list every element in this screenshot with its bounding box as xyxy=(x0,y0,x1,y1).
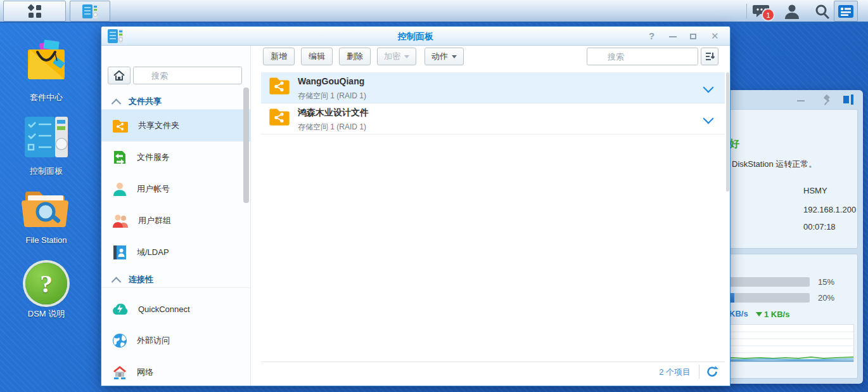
user-icon xyxy=(784,3,800,20)
desktop-icon-dsm-help[interactable]: ? DSM 说明 xyxy=(5,263,87,320)
list-filter-input[interactable] xyxy=(587,48,698,65)
desktop-icon-file-station[interactable]: File Station xyxy=(5,188,87,245)
shared-folder-icon xyxy=(112,119,129,133)
home-icon xyxy=(113,70,125,81)
help-icon: ? xyxy=(25,263,67,304)
edit-button[interactable]: 编辑 xyxy=(301,48,333,65)
download-speed-label: 1 KB/s xyxy=(756,309,789,320)
home-button[interactable] xyxy=(108,67,131,84)
pin-icon[interactable] xyxy=(820,94,833,107)
folder-name: 鸿森木业设计文件 xyxy=(298,107,369,119)
cpu-percent-label: 15% xyxy=(818,277,834,287)
chevron-up-icon xyxy=(112,277,122,287)
shared-folder-icon xyxy=(269,77,290,95)
expand-chevron-icon[interactable] xyxy=(703,114,714,124)
window-app-icon xyxy=(107,29,124,44)
window-maximize-button[interactable] xyxy=(690,34,696,39)
window-titlebar[interactable]: 控制面板 ? ✕ xyxy=(101,27,730,46)
control-panel-window: 控制面板 ? ✕ 文件共享 xyxy=(101,27,730,386)
sidebar-search-input[interactable] xyxy=(133,67,242,84)
status-separator xyxy=(699,365,699,379)
sidebar-section-file-sharing[interactable]: 文件共享 xyxy=(101,94,251,110)
sidebar-scrollbar[interactable] xyxy=(243,88,249,203)
window-minimize-button[interactable] xyxy=(669,36,677,37)
desktop: 好 DiskStation 运转正常。 HSMY 192.168.1.200 0… xyxy=(0,0,868,392)
sidebar-section-connectivity[interactable]: 连接性 xyxy=(101,272,251,288)
server-name-value: HSMY xyxy=(803,186,827,195)
widget-minimize-icon[interactable] xyxy=(797,100,805,101)
encrypt-button[interactable]: 加密 xyxy=(377,48,416,65)
search-icon xyxy=(814,3,831,20)
user-group-icon xyxy=(112,213,129,228)
taskbar-search-button[interactable] xyxy=(814,3,831,22)
desktop-icon-label: 控制面板 xyxy=(5,166,87,177)
network-sparkline xyxy=(715,324,854,362)
sidebar-item-external-access[interactable]: 外部访问 xyxy=(101,325,251,356)
upload-speed-label: KB/s xyxy=(729,309,748,318)
widget-panel-icon[interactable] xyxy=(843,95,854,105)
sidebar-item-quickconnect[interactable]: QuickConnect xyxy=(101,293,251,325)
user-account-icon xyxy=(112,181,127,197)
sidebar-item-shared-folder[interactable]: 共享文件夹 xyxy=(101,110,251,141)
widgets-toggle-button[interactable] xyxy=(834,1,858,22)
sort-icon xyxy=(705,52,715,61)
taskbar: 1 xyxy=(0,0,868,23)
shared-folder-row[interactable]: 鸿森木业设计文件 存储空间 1 (RAID 1) xyxy=(261,103,725,134)
shared-folder-icon xyxy=(269,108,290,126)
window-close-button[interactable]: ✕ xyxy=(711,30,719,42)
control-panel-icon xyxy=(22,115,70,160)
network-icon xyxy=(112,365,127,380)
delete-button[interactable]: 删除 xyxy=(339,48,371,65)
folder-location: 存储空间 1 (RAID 1) xyxy=(298,122,366,133)
desktop-icon-package-center[interactable]: 套件中心 xyxy=(5,38,87,103)
new-button[interactable]: 新增 xyxy=(263,48,295,65)
status-divider xyxy=(261,362,725,362)
notifications-button[interactable]: 1 xyxy=(753,3,774,21)
control-panel-mini-icon xyxy=(82,4,98,19)
list-scrollbar[interactable] xyxy=(726,72,729,192)
window-title: 控制面板 xyxy=(101,27,730,46)
package-center-icon xyxy=(22,38,70,86)
sidebar-item-domain-ldap[interactable]: 域/LDAP xyxy=(101,237,251,268)
down-arrow-icon xyxy=(756,312,762,320)
main-menu-button[interactable] xyxy=(3,1,66,22)
taskbar-control-panel-button[interactable] xyxy=(70,1,110,22)
user-menu-button[interactable] xyxy=(784,3,800,22)
question-glyph: ? xyxy=(40,269,53,299)
health-status-text: 好 xyxy=(729,138,739,151)
uptime-value: 00:07:18 xyxy=(803,222,836,232)
ip-address-value: 192.168.1.200 xyxy=(803,205,856,214)
desktop-icon-label: DSM 说明 xyxy=(5,308,87,320)
caret-down-icon xyxy=(452,55,457,61)
sidebar-item-network[interactable]: 网络 xyxy=(101,356,251,386)
sidebar-item-user-group[interactable]: 用户群组 xyxy=(101,205,251,237)
domain-ldap-icon xyxy=(112,245,127,260)
sidebar-item-file-services[interactable]: 文件服务 xyxy=(101,141,251,173)
desktop-icon-control-panel[interactable]: 控制面板 xyxy=(5,115,87,177)
notification-badge: 1 xyxy=(762,8,775,22)
window-help-button[interactable]: ? xyxy=(649,27,654,46)
widgets-icon xyxy=(838,5,853,18)
main-menu-grid-icon xyxy=(27,3,43,20)
file-station-icon xyxy=(22,188,71,230)
external-access-globe-icon xyxy=(112,333,127,348)
desktop-icon-label: 套件中心 xyxy=(5,92,87,103)
folder-location: 存储空间 1 (RAID 1) xyxy=(298,91,366,101)
quickconnect-icon xyxy=(112,303,129,315)
ram-percent-label: 20% xyxy=(818,293,834,303)
taskbar-divider xyxy=(746,4,747,19)
sidebar-item-user-account[interactable]: 用户帐号 xyxy=(101,173,251,205)
health-message: DiskStation 运转正常。 xyxy=(732,159,817,170)
action-button[interactable]: 动作 xyxy=(424,48,464,65)
expand-chevron-icon[interactable] xyxy=(703,82,714,93)
desktop-icon-label: File Station xyxy=(5,235,87,245)
control-panel-sidebar: 文件共享 共享文件夹 文件服务 xyxy=(101,46,251,386)
shared-folder-row[interactable]: WangGouQiang 存储空间 1 (RAID 1) xyxy=(261,72,725,103)
sort-button[interactable] xyxy=(701,48,718,65)
caret-down-icon xyxy=(404,55,409,61)
file-services-icon xyxy=(112,150,127,165)
chevron-up-icon xyxy=(112,98,122,108)
folder-name: WangGouQiang xyxy=(298,76,364,86)
item-count-label: 2 个项目 xyxy=(627,367,691,378)
refresh-icon[interactable] xyxy=(706,365,718,378)
